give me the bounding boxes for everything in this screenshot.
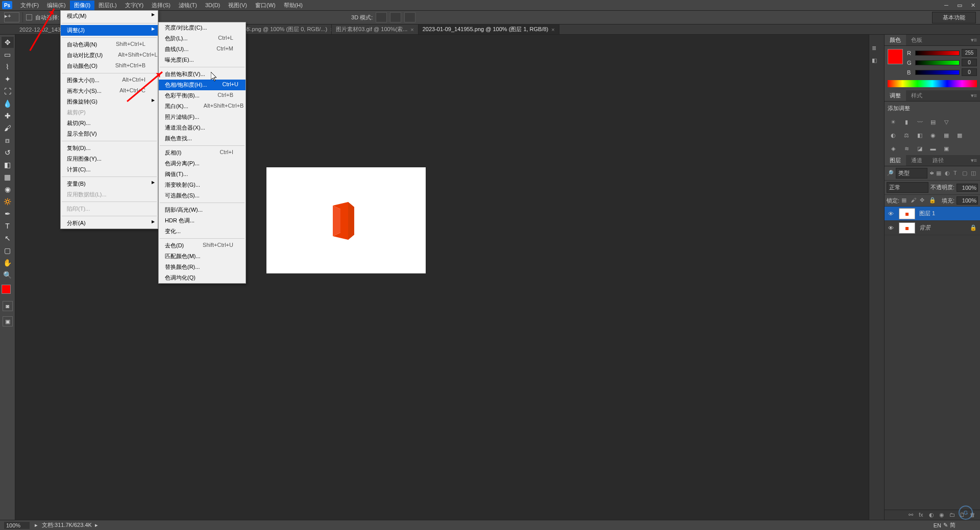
lock-transparent-icon[interactable]: ▦: [901, 197, 909, 204]
menu-view[interactable]: 视图(V): [224, 1, 251, 10]
layer-filter-type[interactable]: 类型: [896, 168, 927, 179]
menu-invert[interactable]: 反相(I)Ctrl+I: [159, 147, 246, 158]
selective-adjust-icon[interactable]: ▣: [942, 144, 951, 153]
styles-panel-tab[interactable]: 样式: [906, 90, 927, 101]
levels-adjust-icon[interactable]: ▮: [902, 117, 911, 127]
eraser-tool-icon[interactable]: ◧: [2, 159, 14, 170]
curves-adjust-icon[interactable]: 〰: [915, 117, 924, 127]
workspace-switcher[interactable]: 基本功能: [932, 12, 976, 23]
crop-tool-icon[interactable]: ⛶: [2, 86, 14, 97]
type-tool-icon[interactable]: T: [2, 220, 14, 232]
filter-adjust-icon[interactable]: ◐: [945, 170, 952, 177]
menu-file[interactable]: 文件(F): [16, 1, 43, 10]
menu-brightness-contrast[interactable]: 亮度/对比度(C)...: [159, 22, 246, 33]
menu-match-color[interactable]: 匹配颜色(M)...: [159, 251, 246, 262]
3d-mode-icon-3[interactable]: [404, 12, 415, 22]
visibility-icon[interactable]: 👁: [885, 225, 897, 231]
dodge-tool-icon[interactable]: 🔅: [2, 196, 14, 207]
tool-preset-picker[interactable]: ▸+: [4, 12, 19, 22]
menu-calculations[interactable]: 计算(C)...: [61, 164, 158, 175]
menu-color-balance[interactable]: 色彩平衡(B)...Ctrl+B: [159, 90, 246, 101]
menu-adjustments[interactable]: 调整(J): [61, 25, 158, 36]
blur-tool-icon[interactable]: ◉: [2, 184, 14, 195]
menu-black-white[interactable]: 黑白(K)...Alt+Shift+Ctrl+B: [159, 101, 246, 112]
menu-shadows-highlights[interactable]: 阴影/高光(W)...: [159, 205, 246, 215]
menu-desaturate[interactable]: 去色(D)Shift+Ctrl+U: [159, 240, 246, 251]
filter-pixel-icon[interactable]: ▦: [936, 170, 943, 177]
menu-selective-color[interactable]: 可选颜色(S)...: [159, 190, 246, 201]
marquee-tool-icon[interactable]: ▭: [2, 49, 14, 60]
menu-duplicate[interactable]: 复制(D)...: [61, 143, 158, 154]
hue-strip[interactable]: [888, 80, 977, 87]
new-adjust-icon[interactable]: ◉: [939, 512, 947, 518]
menu-auto-tone[interactable]: 自动色调(N)Shift+Ctrl+L: [61, 39, 158, 50]
b-slider[interactable]: [915, 70, 960, 75]
menu-hue-saturation[interactable]: 色相/饱和度(H)...Ctrl+U: [159, 80, 246, 90]
menu-auto-color[interactable]: 自动颜色(O)Shift+Ctrl+B: [61, 61, 158, 71]
hand-tool-icon[interactable]: ✋: [2, 257, 14, 268]
layer-name[interactable]: 图层 1: [917, 210, 980, 217]
properties-panel-icon[interactable]: ◧: [872, 57, 882, 66]
chevron-right-icon[interactable]: ▸: [35, 522, 38, 528]
photofilter-adjust-icon[interactable]: ◉: [928, 131, 938, 140]
paths-panel-tab[interactable]: 路径: [927, 155, 949, 166]
panel-menu-icon[interactable]: ▾≡: [968, 157, 980, 164]
menu-filter[interactable]: 滤镜(T): [175, 1, 201, 10]
channels-panel-tab[interactable]: 通道: [906, 155, 927, 166]
menu-channel-mixer[interactable]: 通道混合器(X)...: [159, 122, 246, 133]
opacity-input[interactable]: 100%: [957, 184, 978, 192]
color-panel-tab[interactable]: 颜色: [885, 35, 906, 45]
menu-color-lookup[interactable]: 颜色查找...: [159, 133, 246, 144]
r-value[interactable]: 255: [962, 49, 977, 57]
document-tab[interactable]: 图片素材03.gif @ 100%(索...×: [332, 24, 419, 34]
brightness-adjust-icon[interactable]: ☀: [889, 117, 898, 127]
document-tab-active[interactable]: 2023-01-09_141955.png @ 100% (图层 1, RGB/…: [419, 24, 559, 34]
menu-analysis[interactable]: 分析(A): [61, 218, 158, 229]
menu-window[interactable]: 窗口(W): [251, 1, 280, 10]
adjustments-panel-tab[interactable]: 调整: [885, 90, 906, 101]
panel-menu-icon[interactable]: ▾≡: [968, 92, 980, 99]
gradient-adjust-icon[interactable]: ▬: [928, 144, 938, 153]
menu-replace-color[interactable]: 替换颜色(R)...: [159, 262, 246, 272]
menu-threshold[interactable]: 阈值(T)...: [159, 169, 246, 180]
menu-levels[interactable]: 色阶(L)...Ctrl+L: [159, 33, 246, 44]
g-slider[interactable]: [915, 60, 960, 65]
filter-type-icon[interactable]: T: [953, 170, 961, 177]
ime-indicator[interactable]: EN✎简: [934, 521, 955, 529]
menu-photo-filter[interactable]: 照片滤镜(F)...: [159, 112, 246, 122]
window-maximize-icon[interactable]: ▭: [953, 1, 966, 10]
menu-auto-contrast[interactable]: 自动对比度(U)Alt+Shift+Ctrl+L: [61, 50, 158, 61]
gradient-tool-icon[interactable]: ▦: [2, 171, 14, 183]
layers-panel-tab[interactable]: 图层: [885, 155, 906, 166]
blend-mode-dropdown[interactable]: 正常: [887, 182, 928, 193]
menu-curves[interactable]: 曲线(U)...Ctrl+M: [159, 44, 246, 55]
g-value[interactable]: 0: [962, 59, 977, 66]
channelmixer-adjust-icon[interactable]: ▦: [942, 131, 951, 140]
move-tool-icon[interactable]: ✥: [2, 37, 14, 48]
menu-posterize[interactable]: 色调分离(P)...: [159, 158, 246, 169]
exposure-adjust-icon[interactable]: ▤: [928, 117, 938, 127]
screenmode-icon[interactable]: ▣: [3, 316, 13, 326]
menu-hdr-toning[interactable]: HDR 色调...: [159, 215, 246, 226]
invert-adjust-icon[interactable]: ◈: [889, 144, 898, 153]
menu-variations[interactable]: 变化...: [159, 226, 246, 237]
menu-select[interactable]: 选择(S): [148, 1, 175, 10]
history-panel-icon[interactable]: ≣: [872, 45, 882, 54]
mask-icon[interactable]: ◐: [929, 512, 937, 518]
menu-3d[interactable]: 3D(D): [201, 1, 224, 9]
vibrance-adjust-icon[interactable]: ▽: [942, 117, 951, 127]
close-icon[interactable]: ×: [410, 27, 413, 33]
window-minimize-icon[interactable]: ─: [940, 1, 952, 10]
auto-select-checkbox[interactable]: [26, 14, 32, 20]
lock-all-icon[interactable]: 🔒: [929, 197, 936, 204]
colorlookup-adjust-icon[interactable]: ▩: [955, 131, 964, 140]
new-group-icon[interactable]: 🗀: [949, 512, 958, 518]
bw-adjust-icon[interactable]: ◧: [915, 131, 924, 140]
foreground-color-swatch[interactable]: [2, 285, 11, 294]
layer-thumbnail[interactable]: [899, 208, 915, 219]
menu-equalize[interactable]: 色调均化(Q): [159, 272, 246, 283]
lasso-tool-icon[interactable]: ⌇: [2, 61, 14, 72]
fg-color-swatch[interactable]: [888, 49, 903, 64]
window-close-icon[interactable]: ✕: [967, 1, 979, 10]
swatches-panel-tab[interactable]: 色板: [906, 35, 927, 45]
